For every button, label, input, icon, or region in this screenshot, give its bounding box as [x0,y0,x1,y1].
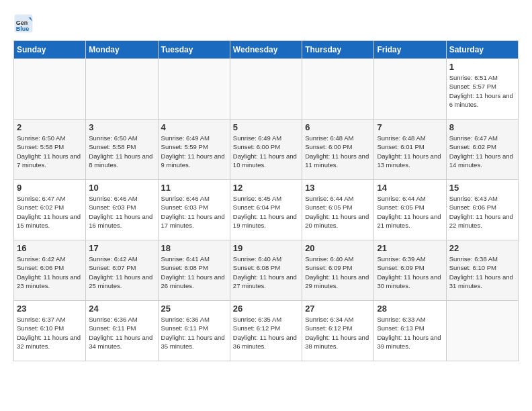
day-info: Sunrise: 6:46 AM Sunset: 6:03 PM Dayligh… [161,194,227,230]
calendar-cell: 12Sunrise: 6:45 AM Sunset: 6:04 PM Dayli… [230,180,302,240]
calendar-cell: 14Sunrise: 6:44 AM Sunset: 6:05 PM Dayli… [374,180,446,240]
logo: Gen Blue [13,13,36,34]
day-info: Sunrise: 6:48 AM Sunset: 6:01 PM Dayligh… [377,134,443,169]
day-number: 27 [305,304,371,314]
calendar-cell: 24Sunrise: 6:36 AM Sunset: 6:11 PM Dayli… [86,301,158,361]
calendar-cell [14,59,86,120]
calendar-cell: 2Sunrise: 6:50 AM Sunset: 5:58 PM Daylig… [14,120,86,180]
day-info: Sunrise: 6:33 AM Sunset: 6:13 PM Dayligh… [377,315,443,351]
day-info: Sunrise: 6:51 AM Sunset: 5:57 PM Dayligh… [449,73,515,109]
day-info: Sunrise: 6:36 AM Sunset: 6:11 PM Dayligh… [89,315,154,351]
calendar-cell: 10Sunrise: 6:46 AM Sunset: 6:03 PM Dayli… [86,180,158,240]
day-info: Sunrise: 6:37 AM Sunset: 6:10 PM Dayligh… [17,315,83,351]
calendar-cell: 17Sunrise: 6:42 AM Sunset: 6:07 PM Dayli… [86,240,158,301]
calendar-cell: 25Sunrise: 6:36 AM Sunset: 6:11 PM Dayli… [158,301,230,361]
calendar-cell: 6Sunrise: 6:48 AM Sunset: 6:00 PM Daylig… [302,120,374,180]
day-number: 20 [305,243,371,253]
day-info: Sunrise: 6:47 AM Sunset: 6:02 PM Dayligh… [17,194,83,230]
day-number: 12 [233,183,299,193]
calendar-cell [158,59,230,120]
calendar-cell: 23Sunrise: 6:37 AM Sunset: 6:10 PM Dayli… [14,301,86,361]
day-info: Sunrise: 6:42 AM Sunset: 6:07 PM Dayligh… [89,255,154,290]
day-info: Sunrise: 6:50 AM Sunset: 5:58 PM Dayligh… [17,134,83,169]
day-info: Sunrise: 6:49 AM Sunset: 6:00 PM Dayligh… [233,134,299,169]
calendar-cell: 16Sunrise: 6:42 AM Sunset: 6:06 PM Dayli… [14,240,86,301]
day-info: Sunrise: 6:50 AM Sunset: 5:58 PM Dayligh… [89,134,154,169]
calendar-week-row: 9Sunrise: 6:47 AM Sunset: 6:02 PM Daylig… [14,180,519,240]
calendar-cell: 5Sunrise: 6:49 AM Sunset: 6:00 PM Daylig… [230,120,302,180]
calendar-table: SundayMondayTuesdayWednesdayThursdayFrid… [13,40,519,361]
day-number: 4 [161,122,227,132]
header-thursday: Thursday [302,41,374,59]
day-info: Sunrise: 6:35 AM Sunset: 6:12 PM Dayligh… [233,315,299,351]
day-number: 19 [233,243,299,253]
calendar-cell: 15Sunrise: 6:43 AM Sunset: 6:06 PM Dayli… [446,180,518,240]
calendar-cell: 27Sunrise: 6:34 AM Sunset: 6:12 PM Dayli… [302,301,374,361]
day-info: Sunrise: 6:43 AM Sunset: 6:06 PM Dayligh… [449,194,515,230]
calendar-cell: 4Sunrise: 6:49 AM Sunset: 5:59 PM Daylig… [158,120,230,180]
day-number: 7 [377,122,443,132]
day-info: Sunrise: 6:39 AM Sunset: 6:09 PM Dayligh… [377,255,443,290]
day-info: Sunrise: 6:49 AM Sunset: 5:59 PM Dayligh… [161,134,227,169]
day-number: 10 [89,183,154,193]
day-number: 6 [305,122,371,132]
day-info: Sunrise: 6:44 AM Sunset: 6:05 PM Dayligh… [305,194,371,230]
calendar-cell: 8Sunrise: 6:47 AM Sunset: 6:02 PM Daylig… [446,120,518,180]
calendar-week-row: 2Sunrise: 6:50 AM Sunset: 5:58 PM Daylig… [14,120,519,180]
day-info: Sunrise: 6:45 AM Sunset: 6:04 PM Dayligh… [233,194,299,230]
calendar-cell [86,59,158,120]
day-number: 15 [449,183,515,193]
day-info: Sunrise: 6:46 AM Sunset: 6:03 PM Dayligh… [89,194,154,230]
calendar-cell [302,59,374,120]
header-friday: Friday [374,41,446,59]
calendar-cell [230,59,302,120]
calendar-cell: 13Sunrise: 6:44 AM Sunset: 6:05 PM Dayli… [302,180,374,240]
day-number: 8 [449,122,515,132]
calendar-cell: 1Sunrise: 6:51 AM Sunset: 5:57 PM Daylig… [446,59,518,120]
calendar-cell: 28Sunrise: 6:33 AM Sunset: 6:13 PM Dayli… [374,301,446,361]
calendar-cell: 22Sunrise: 6:38 AM Sunset: 6:10 PM Dayli… [446,240,518,301]
calendar-week-row: 23Sunrise: 6:37 AM Sunset: 6:10 PM Dayli… [14,301,519,361]
calendar-header-row: SundayMondayTuesdayWednesdayThursdayFrid… [14,41,519,59]
day-number: 9 [17,183,83,193]
calendar-week-row: 1Sunrise: 6:51 AM Sunset: 5:57 PM Daylig… [14,59,519,120]
calendar-cell: 26Sunrise: 6:35 AM Sunset: 6:12 PM Dayli… [230,301,302,361]
calendar-week-row: 16Sunrise: 6:42 AM Sunset: 6:06 PM Dayli… [14,240,519,301]
header-sunday: Sunday [14,41,86,59]
day-number: 28 [377,304,443,314]
day-info: Sunrise: 6:36 AM Sunset: 6:11 PM Dayligh… [161,315,227,351]
calendar-cell: 3Sunrise: 6:50 AM Sunset: 5:58 PM Daylig… [86,120,158,180]
day-info: Sunrise: 6:38 AM Sunset: 6:10 PM Dayligh… [449,255,515,290]
day-number: 2 [17,122,83,132]
day-number: 3 [89,122,154,132]
day-number: 17 [89,243,154,253]
day-info: Sunrise: 6:48 AM Sunset: 6:00 PM Dayligh… [305,134,371,169]
header-wednesday: Wednesday [230,41,302,59]
calendar-cell [374,59,446,120]
day-info: Sunrise: 6:34 AM Sunset: 6:12 PM Dayligh… [305,315,371,351]
day-number: 11 [161,183,227,193]
day-info: Sunrise: 6:41 AM Sunset: 6:08 PM Dayligh… [161,255,227,290]
day-number: 25 [161,304,227,314]
svg-text:Blue: Blue [16,26,30,32]
day-number: 21 [377,243,443,253]
day-info: Sunrise: 6:42 AM Sunset: 6:06 PM Dayligh… [17,255,83,290]
header-saturday: Saturday [446,41,518,59]
day-number: 26 [233,304,299,314]
page-header: Gen Blue [13,13,519,34]
calendar-cell: 11Sunrise: 6:46 AM Sunset: 6:03 PM Dayli… [158,180,230,240]
logo-icon: Gen Blue [13,13,34,34]
day-info: Sunrise: 6:40 AM Sunset: 6:08 PM Dayligh… [233,255,299,290]
day-number: 16 [17,243,83,253]
day-info: Sunrise: 6:47 AM Sunset: 6:02 PM Dayligh… [449,134,515,169]
day-number: 22 [449,243,515,253]
day-number: 13 [305,183,371,193]
day-number: 14 [377,183,443,193]
calendar-cell: 18Sunrise: 6:41 AM Sunset: 6:08 PM Dayli… [158,240,230,301]
day-number: 1 [449,62,515,72]
day-info: Sunrise: 6:40 AM Sunset: 6:09 PM Dayligh… [305,255,371,290]
day-number: 24 [89,304,154,314]
calendar-cell: 20Sunrise: 6:40 AM Sunset: 6:09 PM Dayli… [302,240,374,301]
calendar-cell: 9Sunrise: 6:47 AM Sunset: 6:02 PM Daylig… [14,180,86,240]
day-info: Sunrise: 6:44 AM Sunset: 6:05 PM Dayligh… [377,194,443,230]
